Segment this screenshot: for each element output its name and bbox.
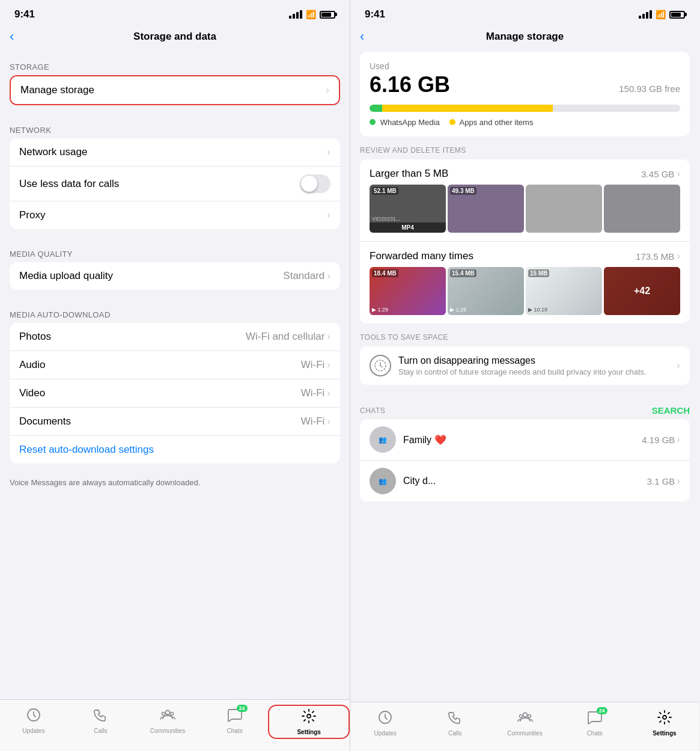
chat-avatar-city: 👥	[370, 468, 396, 494]
tab-updates-left[interactable]: Updates	[0, 705, 67, 739]
media-upload-quality-label: Media upload quality	[19, 270, 113, 282]
tab-settings-right[interactable]: Settings	[630, 707, 699, 739]
less-data-item[interactable]: Use less data for calls	[10, 167, 340, 201]
media-quality-group: Media upload quality Standard ›	[10, 262, 340, 290]
less-data-toggle[interactable]	[300, 174, 330, 193]
review-card: Larger than 5 MB 3.45 GB › 52.1 MB MP4 V…	[360, 159, 690, 323]
fwd-thumb-3-duration: ▶ 10:18	[528, 307, 547, 313]
legend-dot-yellow	[449, 119, 455, 125]
fwd-thumb-1-duration: ▶ 1:29	[372, 307, 388, 313]
reset-auto-download-item[interactable]: Reset auto-download settings	[10, 436, 340, 464]
video-item[interactable]: Video Wi-Fi ›	[10, 379, 340, 408]
signal-icon	[289, 10, 302, 19]
tab-communities-left[interactable]: Communities	[134, 705, 201, 739]
larger-than-size: 3.45 GB ›	[641, 168, 680, 180]
wifi-icon-right: 📶	[656, 10, 666, 19]
tab-settings-label-right: Settings	[653, 730, 676, 737]
chat-name-city: City d...	[403, 476, 640, 486]
chat-name-family: Family ❤️	[403, 434, 635, 446]
proxy-item[interactable]: Proxy ›	[10, 201, 340, 229]
manage-storage-chevron: ›	[326, 84, 329, 96]
left-screen-content: STORAGE Manage storage › NETWORK Network…	[0, 52, 350, 699]
media-quality-chevron: ›	[327, 270, 330, 282]
chats-search-button[interactable]: SEARCH	[652, 405, 690, 415]
storage-used-row: 6.16 GB 150.93 GB free	[370, 72, 680, 97]
settings-icon-right	[657, 710, 672, 729]
tab-calls-right[interactable]: Calls	[420, 707, 490, 739]
forwarded-title: Forwarded many times	[370, 250, 473, 262]
chats-list: 👥 Family ❤️ 4.19 GB › 👥 City d... 3.1 GB…	[360, 419, 690, 501]
forwarded-thumbs: 18.4 MB ▶ 1:29 15.4 MB ▶ 1:28 15 MB ▶ 10…	[360, 267, 690, 323]
larger-than-header: Larger than 5 MB 3.45 GB ›	[360, 159, 690, 185]
tab-settings-label-left: Settings	[297, 729, 320, 735]
storage-legend: WhatsApp Media Apps and other items	[370, 118, 680, 127]
video-label: Video	[19, 387, 45, 399]
svg-point-2	[162, 713, 165, 716]
chats-section-header: CHATS SEARCH	[350, 394, 699, 419]
svg-point-1	[165, 711, 169, 715]
storage-used-label: Used	[370, 61, 680, 71]
documents-item[interactable]: Documents Wi-Fi ›	[10, 408, 340, 436]
tab-chats-label-right: Chats	[587, 730, 603, 737]
chat-row-city[interactable]: 👥 City d... 3.1 GB ›	[360, 461, 690, 501]
chat-row-family[interactable]: 👥 Family ❤️ 4.19 GB ›	[360, 419, 690, 461]
tab-chats-left[interactable]: 24 Chats	[201, 705, 269, 739]
disappearing-desc: Stay in control of future storage needs …	[398, 367, 669, 376]
left-phone: 9:41 📶 ‹ Storage and data STORAGE Manage…	[0, 0, 350, 751]
fwd-thumb-1: 18.4 MB ▶ 1:29	[370, 267, 446, 315]
tab-updates-right[interactable]: Updates	[350, 707, 420, 739]
tab-settings-left[interactable]: Settings	[268, 705, 350, 739]
updates-icon-left	[26, 707, 41, 726]
svg-point-3	[170, 713, 173, 716]
forwarded-chevron: ›	[677, 250, 680, 262]
settings-icon-left	[301, 708, 317, 728]
tab-chats-right[interactable]: 24 Chats	[560, 707, 630, 739]
manage-storage-label: Manage storage	[20, 84, 94, 96]
network-usage-chevron: ›	[327, 146, 330, 158]
tab-communities-label-left: Communities	[150, 728, 185, 734]
manage-storage-item[interactable]: Manage storage ›	[11, 76, 339, 104]
forwarded-size: 173.5 MB ›	[636, 250, 680, 262]
documents-value: Wi-Fi ›	[301, 415, 330, 428]
status-icons-right: 📶	[639, 10, 685, 19]
tab-calls-label-left: Calls	[94, 728, 107, 734]
chat-size-city: 3.1 GB ›	[647, 475, 680, 487]
disappearing-messages-item[interactable]: Turn on disappearing messages Stay in co…	[360, 346, 690, 385]
tab-communities-right[interactable]: Communities	[490, 707, 559, 739]
battery-icon	[320, 11, 335, 19]
communities-icon-left	[160, 707, 175, 726]
photos-item[interactable]: Photos Wi-Fi and cellular ›	[10, 323, 340, 351]
wifi-icon: 📶	[306, 10, 316, 19]
svg-point-10	[663, 716, 666, 719]
network-usage-label: Network usage	[19, 146, 87, 158]
chat-family-chevron: ›	[677, 434, 680, 446]
status-time-right: 9:41	[365, 8, 385, 20]
fwd-thumb-2-duration: ▶ 1:28	[450, 307, 466, 313]
media-upload-quality-item[interactable]: Media upload quality Standard ›	[10, 262, 340, 290]
back-button-right[interactable]: ‹	[360, 29, 364, 44]
page-title-left: Storage and data	[133, 31, 216, 43]
larger-than-thumbs: 52.1 MB MP4 VID20231... 49.3 MB	[360, 185, 690, 241]
chats-section-label: CHATS	[360, 406, 385, 415]
tab-calls-left[interactable]: Calls	[67, 705, 135, 739]
fwd-thumb-2: 15.4 MB ▶ 1:28	[448, 267, 524, 315]
tab-calls-label-right: Calls	[448, 730, 461, 737]
status-icons-left: 📶	[289, 10, 335, 19]
svg-point-7	[523, 713, 527, 717]
manage-storage-highlighted: Manage storage ›	[10, 75, 340, 105]
forwarded-section[interactable]: Forwarded many times 173.5 MB › 18.4 MB …	[360, 241, 690, 323]
auto-download-group: Photos Wi-Fi and cellular › Audio Wi-Fi …	[10, 323, 340, 464]
tools-group: Turn on disappearing messages Stay in co…	[360, 346, 690, 385]
larger-than-section[interactable]: Larger than 5 MB 3.45 GB › 52.1 MB MP4 V…	[360, 159, 690, 241]
chat-avatar-family: 👥	[370, 426, 396, 453]
signal-icon-right	[639, 10, 652, 19]
audio-item[interactable]: Audio Wi-Fi ›	[10, 351, 340, 379]
storage-bar-whatsapp	[370, 105, 382, 112]
network-usage-item[interactable]: Network usage ›	[10, 138, 340, 167]
back-button-left[interactable]: ‹	[10, 29, 14, 44]
media-upload-quality-value: Standard ›	[283, 270, 330, 282]
media-quality-label: MEDIA QUALITY	[0, 239, 350, 262]
review-section-label: REVIEW AND DELETE ITEMS	[350, 146, 699, 159]
status-bar-right: 9:41 📶	[350, 0, 699, 24]
tab-updates-label-left: Updates	[22, 728, 44, 734]
